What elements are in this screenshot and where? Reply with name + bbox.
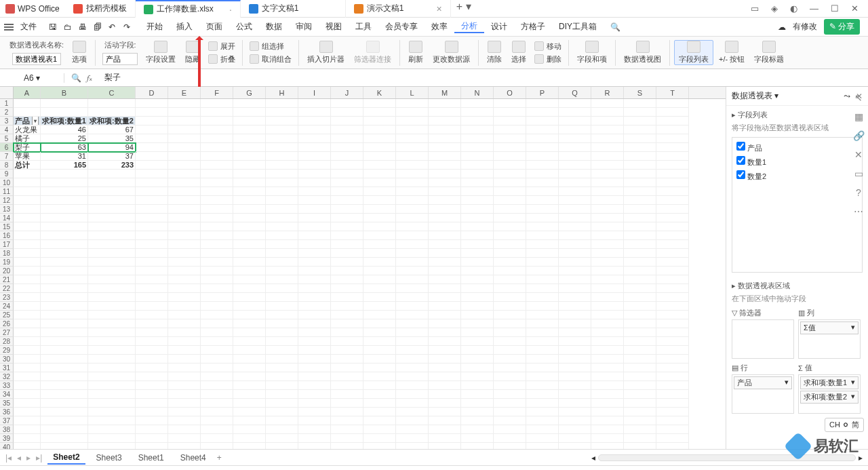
- collapse-button[interactable]: 折叠: [205, 54, 238, 65]
- row-header[interactable]: 19: [0, 258, 14, 267]
- fx-icon[interactable]: 𝑓ₓ: [87, 73, 92, 83]
- cell[interactable]: [88, 425, 136, 434]
- cell[interactable]: [14, 178, 41, 187]
- col-header[interactable]: M: [429, 87, 461, 98]
- filter-conn-button[interactable]: 筛选器连接: [350, 41, 395, 64]
- row-header[interactable]: 31: [0, 364, 14, 372]
- col-header[interactable]: P: [526, 87, 559, 98]
- filter-dropdown-icon[interactable]: ▾: [32, 117, 39, 125]
- cell[interactable]: [88, 293, 136, 302]
- cell[interactable]: [88, 222, 136, 231]
- layout-icon[interactable]: ▭: [751, 3, 759, 14]
- cell[interactable]: [88, 249, 136, 258]
- menu-efficiency[interactable]: 效率: [425, 21, 454, 33]
- row-header[interactable]: 20: [0, 267, 14, 275]
- col-header[interactable]: N: [461, 87, 494, 98]
- clear-button[interactable]: 清除: [483, 41, 506, 64]
- row-header[interactable]: 3: [0, 117, 14, 125]
- search-icon[interactable]: 🔍: [610, 22, 620, 32]
- cell[interactable]: [14, 311, 41, 319]
- field-header-button[interactable]: 字段标题: [750, 41, 788, 64]
- cell[interactable]: [88, 399, 136, 408]
- tab-workbook[interactable]: 工作簿数量.xlsx ·: [136, 0, 241, 18]
- sheet-nav-prev[interactable]: ◂: [17, 453, 21, 463]
- row-header[interactable]: 25: [0, 311, 14, 319]
- cell[interactable]: [41, 275, 88, 284]
- row-header[interactable]: 9: [0, 170, 14, 178]
- row-header[interactable]: 12: [0, 196, 14, 205]
- close-icon[interactable]: ·: [229, 4, 232, 15]
- field-list-button[interactable]: 字段列表: [674, 40, 713, 65]
- menu-review[interactable]: 审阅: [289, 21, 319, 33]
- cell[interactable]: [41, 390, 88, 399]
- pivot-name-input[interactable]: [12, 53, 61, 65]
- cell[interactable]: [41, 249, 88, 258]
- col-header[interactable]: T: [656, 87, 689, 98]
- filter-area[interactable]: [732, 319, 794, 359]
- sheet-nav-next[interactable]: ▸: [26, 453, 31, 463]
- cell[interactable]: [14, 99, 41, 108]
- cell[interactable]: [14, 205, 41, 214]
- cell[interactable]: [88, 196, 136, 205]
- cell[interactable]: [14, 249, 41, 258]
- cell[interactable]: [14, 328, 41, 337]
- row-header[interactable]: 36: [0, 408, 14, 416]
- cell[interactable]: [41, 196, 88, 205]
- more-icon[interactable]: ⋯: [853, 206, 864, 217]
- row-header[interactable]: 11: [0, 187, 14, 196]
- col-header[interactable]: G: [233, 87, 266, 98]
- pivot-icon[interactable]: ▦: [853, 111, 864, 122]
- ungroup-button[interactable]: 取消组合: [247, 54, 294, 65]
- close-icon[interactable]: ×: [437, 3, 442, 14]
- cell[interactable]: [41, 311, 88, 319]
- menu-vip[interactable]: 会员专享: [378, 21, 425, 33]
- cell[interactable]: 46: [41, 125, 88, 134]
- cell[interactable]: [14, 434, 41, 443]
- cell[interactable]: [41, 443, 88, 449]
- save-icon[interactable]: 🖫: [49, 22, 58, 32]
- expand-button[interactable]: 展开: [205, 41, 238, 52]
- cell[interactable]: [88, 346, 136, 355]
- cell[interactable]: [14, 399, 41, 408]
- tools-icon[interactable]: ✕: [853, 149, 864, 160]
- row-header[interactable]: 40: [0, 443, 14, 449]
- row-header[interactable]: 1: [0, 99, 14, 108]
- sheet-tab[interactable]: Sheet1: [133, 452, 170, 464]
- cell[interactable]: [14, 170, 41, 178]
- cell[interactable]: [41, 222, 88, 231]
- cell[interactable]: 94: [88, 143, 136, 152]
- cell[interactable]: [88, 319, 136, 328]
- row-header[interactable]: 35: [0, 399, 14, 408]
- row-header[interactable]: 17: [0, 240, 14, 249]
- cell[interactable]: [14, 214, 41, 222]
- minimize-icon[interactable]: —: [810, 3, 818, 14]
- cell[interactable]: [88, 178, 136, 187]
- row-header[interactable]: 16: [0, 231, 14, 240]
- cell[interactable]: [41, 170, 88, 178]
- field-list-box[interactable]: 产品 数量1 数量2: [732, 137, 863, 273]
- cell[interactable]: [14, 302, 41, 311]
- active-field-input[interactable]: [102, 53, 138, 65]
- cell[interactable]: [88, 408, 136, 416]
- cell[interactable]: [41, 355, 88, 364]
- cell[interactable]: [88, 443, 136, 449]
- row-header[interactable]: 27: [0, 328, 14, 337]
- cell[interactable]: [41, 372, 88, 381]
- scroll-left-icon[interactable]: ◂: [591, 453, 595, 463]
- select-all-corner[interactable]: [0, 87, 14, 98]
- preview-icon[interactable]: 🗐: [94, 22, 103, 32]
- tab-word[interactable]: 文字文稿1: [241, 0, 346, 18]
- cell[interactable]: [14, 390, 41, 399]
- add-sheet-button[interactable]: +: [217, 453, 222, 463]
- hamburger-icon[interactable]: [4, 24, 14, 31]
- insert-slicer-button[interactable]: 插入切片器: [303, 41, 349, 64]
- row-header[interactable]: 34: [0, 390, 14, 399]
- cell[interactable]: [41, 416, 88, 425]
- cell[interactable]: 橘子: [14, 134, 41, 143]
- cell[interactable]: 梨子: [14, 143, 41, 152]
- col-header[interactable]: I: [298, 87, 331, 98]
- row-header[interactable]: 5: [0, 134, 14, 143]
- cell[interactable]: [41, 267, 88, 275]
- menu-analyze[interactable]: 分析: [454, 20, 484, 33]
- add-tab-button[interactable]: + ▾: [451, 0, 477, 18]
